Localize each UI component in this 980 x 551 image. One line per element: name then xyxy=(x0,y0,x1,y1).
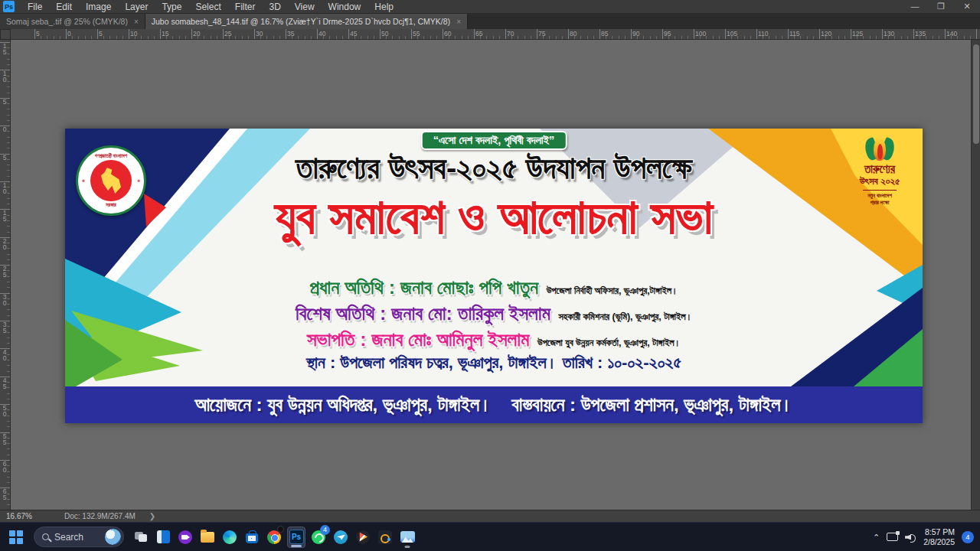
microsoft-store-button[interactable] xyxy=(243,527,261,548)
task-view-icon xyxy=(135,532,147,542)
photos-button[interactable] xyxy=(398,527,416,548)
v-ruler-label: 65 xyxy=(1,487,8,500)
window-controls: — ❐ ✕ xyxy=(902,2,980,11)
close-button[interactable]: ✕ xyxy=(954,2,980,11)
whatsapp-button[interactable]: 4 xyxy=(309,527,328,548)
v-ruler-label: 15 xyxy=(1,209,8,221)
vertical-scrollbar[interactable] xyxy=(971,40,980,510)
h-ruler-label: 130 xyxy=(884,30,894,37)
running-indicator xyxy=(291,545,302,547)
h-ruler-label: 30 xyxy=(256,30,263,37)
menu-bar: Ps FileEditImageLayerTypeSelectFilter3DV… xyxy=(0,0,980,14)
start-button[interactable] xyxy=(9,530,23,544)
canvas-area[interactable]: গণপ্রজাতন্ত্রী বাংলাদেশ ✶ ✶ সরকার তারুণ্… xyxy=(11,40,971,510)
h-ruler-label: 140 xyxy=(946,30,957,37)
zoom-level-field[interactable]: 16.67% xyxy=(6,512,46,520)
document-tab-inactive[interactable]: Somaj seba_.tif @ 25% (CMYK/8) × xyxy=(0,14,145,29)
file-explorer-button[interactable] xyxy=(198,527,217,548)
h-ruler-label: 105 xyxy=(727,30,737,37)
photoshop-button[interactable]: Ps xyxy=(287,527,305,548)
menu-edit[interactable]: Edit xyxy=(49,2,79,12)
menu-image[interactable]: Image xyxy=(79,2,118,12)
tab-close-icon[interactable]: × xyxy=(456,18,461,26)
menu-bar-items: FileEditImageLayerTypeSelectFilter3DView… xyxy=(21,2,400,12)
h-ruler-label: 10 xyxy=(130,30,137,37)
menu-help[interactable]: Help xyxy=(368,2,400,12)
v-ruler-label: 45 xyxy=(1,377,8,389)
volume-icon[interactable] xyxy=(905,533,916,542)
photos-icon xyxy=(400,531,415,543)
minimize-button[interactable]: — xyxy=(902,2,928,11)
implementer-text: বাস্তবায়নে : উপজেলা প্রশাসন, ভূঞাপুর, ট… xyxy=(511,394,792,416)
guest-row-chief: প্রধান অতিথি : জনাব মোছাঃ পপি খাতুন উপজে… xyxy=(65,274,923,300)
tray-chevron-icon[interactable]: ⌃ xyxy=(873,533,880,543)
telegram-button[interactable] xyxy=(332,527,350,548)
h-ruler-label: 5 xyxy=(36,30,40,37)
edge-button[interactable] xyxy=(220,527,239,548)
h-ruler-label: 115 xyxy=(789,30,800,37)
h-ruler-label: 90 xyxy=(632,30,639,37)
windows-taskbar: Search Ps 4 ⌃ 8:57 PM 2/8/2025 4 xyxy=(0,522,980,551)
taskbar-clock[interactable]: 8:57 PM 2/8/2025 xyxy=(923,527,955,547)
h-ruler-label: 65 xyxy=(475,30,482,37)
menu-filter[interactable]: Filter xyxy=(228,2,263,12)
v-ruler-label: 20 xyxy=(1,237,8,249)
h-ruler-label: 0 xyxy=(67,30,71,37)
video-app-button[interactable] xyxy=(176,527,194,548)
v-ruler-label: 30 xyxy=(1,293,8,305)
h-ruler-label: 35 xyxy=(287,30,294,37)
h-ruler-label: 50 xyxy=(381,30,388,37)
h-ruler-label: 55 xyxy=(413,30,420,37)
menu-3d[interactable]: 3D xyxy=(262,2,287,12)
vertical-ruler[interactable]: 1510505101520253035404550556065 xyxy=(0,40,11,510)
task-view-button[interactable] xyxy=(132,527,150,548)
h-ruler-label: 40 xyxy=(318,30,325,37)
document-tab-active[interactable]: Jubo somabesh_48_144.tif @ 16.7% (Zviæ†Y… xyxy=(145,14,468,29)
h-ruler-label: 5 xyxy=(99,30,103,37)
banner-document[interactable]: গণপ্রজাতন্ত্রী বাংলাদেশ ✶ ✶ সরকার তারুণ্… xyxy=(65,129,923,423)
document-size-info: Doc: 132.9M/267.4M xyxy=(64,512,136,520)
horizontal-ruler[interactable]: 5051015202530354045505560657075808590951… xyxy=(11,29,980,40)
chrome-button[interactable] xyxy=(265,527,283,548)
menu-file[interactable]: File xyxy=(21,2,49,12)
photoshop-logo-icon: Ps xyxy=(3,1,15,12)
search-input[interactable]: Search xyxy=(34,527,124,547)
v-ruler-label: 35 xyxy=(1,321,8,333)
v-ruler-label: 25 xyxy=(1,265,8,277)
status-bar: 16.67% Doc: 132.9M/267.4M ❯ xyxy=(0,510,980,522)
v-ruler-label: 55 xyxy=(1,432,8,445)
menu-window[interactable]: Window xyxy=(322,2,368,12)
edge-icon xyxy=(223,530,237,544)
v-ruler-label: 0 xyxy=(1,126,8,132)
media-player-button[interactable] xyxy=(354,527,372,548)
v-ruler-label: 40 xyxy=(1,348,8,360)
menu-view[interactable]: View xyxy=(288,2,322,12)
v-ruler-label: 5 xyxy=(1,98,8,104)
ruler-origin-box[interactable] xyxy=(0,29,11,40)
h-ruler-label: 85 xyxy=(601,30,608,37)
search-icon xyxy=(42,533,49,540)
search-label: Search xyxy=(54,532,100,543)
guest-list: প্রধান অতিথি : জনাব মোছাঃ পপি খাতুন উপজে… xyxy=(65,274,923,352)
h-ruler-label: 25 xyxy=(224,30,231,37)
notification-count-badge[interactable]: 4 xyxy=(962,531,974,543)
v-ruler-label: 50 xyxy=(1,404,8,416)
document-tab-bar: Somaj seba_.tif @ 25% (CMYK/8) × Jubo so… xyxy=(0,14,980,29)
display-cast-icon[interactable] xyxy=(887,533,898,541)
menu-select[interactable]: Select xyxy=(188,2,227,12)
v-ruler-label: 15 xyxy=(1,42,8,54)
guest-row-president: সভাপতি : জনাব মোঃ আমিনুল ইসলাম উপজেলা যু… xyxy=(65,326,923,352)
h-ruler-label: 95 xyxy=(664,30,671,37)
photoshop-icon: Ps xyxy=(289,530,304,544)
blue-app-button[interactable] xyxy=(154,527,172,548)
v-ruler-label: 10 xyxy=(1,181,8,194)
search-daily-image xyxy=(105,529,121,545)
scrollbar-thumb[interactable] xyxy=(973,44,979,144)
menu-layer[interactable]: Layer xyxy=(118,2,155,12)
menu-type[interactable]: Type xyxy=(155,2,188,12)
utility-app-button[interactable] xyxy=(376,527,394,548)
h-ruler-label: 125 xyxy=(852,30,863,37)
restore-button[interactable]: ❐ xyxy=(928,2,954,11)
status-chevron-icon[interactable]: ❯ xyxy=(149,512,155,520)
tab-close-icon[interactable]: × xyxy=(134,18,139,26)
